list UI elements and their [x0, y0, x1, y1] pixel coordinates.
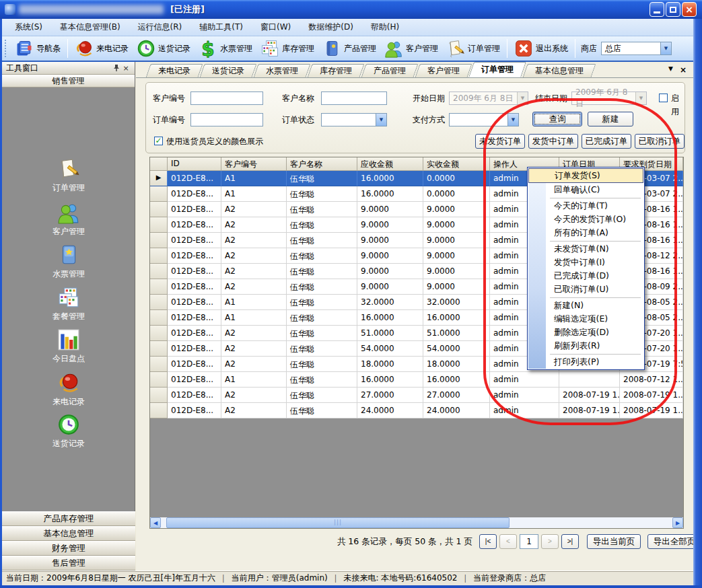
context-menu-item-所有的订单(A)[interactable]: 所有的订单(A) — [528, 226, 643, 240]
toolbar-button-水票管理[interactable]: $水票管理 — [195, 38, 256, 59]
tab-库存管理[interactable]: 库存管理 — [310, 64, 362, 77]
cell-received[interactable]: 16.0000 — [423, 372, 490, 388]
cell-customer_no[interactable]: A2 — [221, 217, 287, 233]
cell-order_date[interactable]: 2008-07-19 1... — [559, 388, 620, 403]
context-menu-item-已取消订单(U)[interactable]: 已取消订单(U) — [528, 283, 643, 296]
cell-receivable[interactable]: 16.0000 — [357, 171, 423, 186]
cell-required_date[interactable]: 2008-07-19 1... — [620, 388, 683, 403]
row-selector-cell[interactable] — [150, 403, 168, 418]
pin-icon[interactable] — [112, 63, 121, 73]
column-header-应收金额[interactable]: 应收金额 — [357, 157, 423, 171]
order-no-input[interactable] — [190, 113, 263, 126]
tab-送货记录[interactable]: 送货记录 — [202, 64, 254, 77]
row-selector-cell[interactable] — [150, 186, 168, 202]
cell-id[interactable]: 012D-E8... — [168, 326, 221, 341]
cell-id[interactable]: 012D-E8... — [168, 202, 221, 217]
cell-customer_name[interactable]: 伍华聪 — [287, 248, 357, 264]
cell-receivable[interactable]: 9.0000 — [357, 202, 423, 217]
tab-来电记录[interactable]: 来电记录 — [148, 64, 201, 77]
column-header-客户名称[interactable]: 客户名称 — [287, 157, 357, 171]
cell-customer_name[interactable]: 伍华聪 — [287, 403, 357, 418]
menu-item[interactable]: 数据维护(D) — [300, 20, 362, 35]
sidebar-item-套餐管理[interactable]: 套餐管理 — [2, 286, 135, 322]
cell-received[interactable]: 54.0000 — [423, 341, 490, 357]
tab-订单管理[interactable]: 订单管理 — [471, 62, 524, 77]
new-button[interactable]: 新建 — [588, 112, 633, 126]
row-selector-cell[interactable] — [150, 372, 168, 388]
order-status-select[interactable]: ▼ — [321, 113, 387, 126]
cell-id[interactable]: 012D-E8... — [168, 217, 221, 233]
row-selector-cell[interactable] — [150, 341, 168, 357]
toolbar-button-客户管理[interactable]: 客户管理 — [380, 38, 442, 59]
cell-id[interactable]: 012D-E8... — [168, 372, 221, 388]
cell-customer_name[interactable]: 伍华聪 — [287, 233, 357, 248]
row-selector-cell[interactable] — [150, 357, 168, 372]
menu-item[interactable]: 窗口(W) — [252, 20, 300, 35]
context-menu-item-今天的订单(T)[interactable]: 今天的订单(T) — [528, 199, 643, 213]
cell-id[interactable]: 012D-E8... — [168, 264, 221, 279]
next-page-button[interactable]: > — [541, 534, 559, 549]
context-menu-item-订单发货(S)[interactable]: 订单发货(S) — [528, 168, 643, 183]
sidebar-item-今日盘点[interactable]: 今日盘点 — [2, 328, 135, 365]
cell-customer_name[interactable]: 伍华聪 — [287, 264, 357, 279]
toolbar-button-产品管理[interactable]: 产品管理 — [318, 38, 380, 59]
cell-customer_no[interactable]: A2 — [221, 264, 287, 279]
cell-customer_no[interactable]: A2 — [221, 357, 287, 372]
scroll-right-icon[interactable]: ▶ — [672, 517, 683, 528]
context-menu-item-回单确认(C)[interactable]: 回单确认(C) — [528, 183, 643, 196]
tool-window-close-icon[interactable]: × — [121, 63, 131, 73]
row-selector-cell[interactable] — [150, 388, 168, 403]
enable-date-checkbox[interactable] — [659, 94, 668, 102]
table-row[interactable]: 012D-E8...A2伍华聪24.000024.0000admin2008-0… — [150, 403, 683, 418]
context-menu-item-今天的发货订单(O)[interactable]: 今天的发货订单(O) — [528, 213, 643, 226]
horizontal-scrollbar[interactable]: ◀ ▶ — [150, 517, 683, 528]
row-selector-cell[interactable] — [150, 264, 168, 279]
scroll-left-icon[interactable]: ◀ — [150, 517, 161, 528]
toolbar-button-退出系统[interactable]: 退出系统 — [510, 38, 572, 59]
menu-item[interactable]: 系统(S) — [6, 20, 51, 35]
cell-operator[interactable]: admin — [490, 388, 559, 403]
cell-customer_no[interactable]: A2 — [221, 341, 287, 357]
tab-list-dropdown-icon[interactable]: ▼ — [668, 65, 673, 75]
cell-customer_name[interactable]: 伍华聪 — [287, 217, 357, 233]
row-selector-cell[interactable] — [150, 248, 168, 264]
toolbar-button-订单管理[interactable]: 订单管理 — [442, 38, 504, 59]
cell-received[interactable]: 9.0000 — [423, 202, 490, 217]
cell-receivable[interactable]: 51.0000 — [357, 326, 423, 341]
export-current-page-button[interactable]: 导出当前页 — [587, 534, 641, 549]
context-menu-item-已完成订单(D)[interactable]: 已完成订单(D) — [528, 269, 643, 283]
cell-id[interactable]: 012D-E8... — [168, 341, 221, 357]
cell-customer_name[interactable]: 伍华聪 — [287, 202, 357, 217]
status-filter-button-已取消订单[interactable]: 已取消订单 — [635, 134, 685, 149]
cell-received[interactable]: 9.0000 — [423, 248, 490, 264]
cell-id[interactable]: 012D-E8... — [168, 357, 221, 372]
first-page-button[interactable]: |< — [479, 534, 497, 549]
row-selector-cell[interactable] — [150, 326, 168, 341]
end-date-picker[interactable]: 2009年 6月 8日 ▼ — [571, 91, 647, 105]
toolbar-button-来电记录[interactable]: 来电记录 — [71, 38, 133, 59]
sidebar-group-header[interactable]: 销售管理 — [2, 75, 135, 87]
column-header-实收金额[interactable]: 实收金额 — [423, 157, 490, 171]
maximize-button[interactable] — [666, 2, 680, 17]
context-menu-item-打印列表(P)[interactable]: 打印列表(P) — [528, 355, 643, 369]
cell-operator[interactable]: admin — [490, 403, 559, 418]
cell-operator[interactable]: admin — [490, 372, 559, 388]
cell-received[interactable]: 16.0000 — [423, 310, 490, 326]
cell-receivable[interactable]: 16.0000 — [357, 186, 423, 202]
cell-id[interactable]: 012D-E8... — [168, 295, 221, 310]
cell-customer_no[interactable]: A2 — [221, 388, 287, 403]
tab-水票管理[interactable]: 水票管理 — [256, 64, 308, 77]
cell-order_date[interactable] — [559, 372, 620, 388]
cell-received[interactable]: 51.0000 — [423, 326, 490, 341]
cell-customer_name[interactable]: 伍华聪 — [287, 279, 357, 295]
minimize-button[interactable] — [650, 2, 664, 17]
row-selector-cell[interactable] — [150, 233, 168, 248]
cell-customer_no[interactable]: A2 — [221, 326, 287, 341]
last-page-button[interactable]: >| — [561, 534, 579, 549]
cell-customer_name[interactable]: 伍华聪 — [287, 388, 357, 403]
tab-产品管理[interactable]: 产品管理 — [363, 64, 416, 77]
cell-id[interactable]: 012D-E8... — [168, 403, 221, 418]
customer-no-input[interactable] — [190, 91, 263, 105]
customer-name-input[interactable] — [321, 91, 387, 105]
close-button[interactable]: × — [682, 2, 697, 17]
